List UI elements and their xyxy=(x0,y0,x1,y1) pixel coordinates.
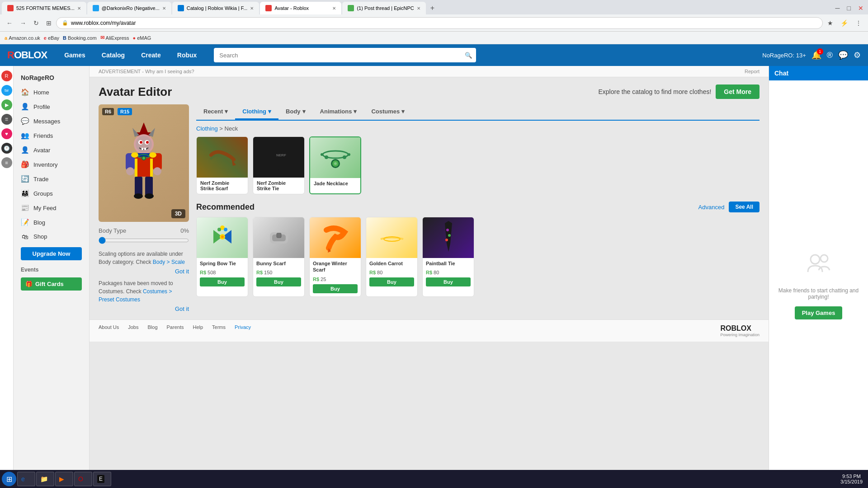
nav-catalog[interactable]: Catalog xyxy=(94,44,133,66)
body-scale-link[interactable]: Body > Scale xyxy=(153,259,185,265)
tab-close-icon[interactable]: ✕ xyxy=(77,6,81,11)
breadcrumb-parent[interactable]: Clothing xyxy=(196,125,218,132)
footer-link-terms[interactable]: Terms xyxy=(212,324,226,337)
r6-badge[interactable]: R6 xyxy=(102,108,114,115)
extensions-button[interactable]: ⚡ xyxy=(838,18,851,28)
advanced-link[interactable]: Advanced xyxy=(698,204,725,211)
see-all-button[interactable]: See All xyxy=(729,202,760,212)
tab-close-icon[interactable]: ✕ xyxy=(417,6,420,11)
strip-icon-4[interactable]: ☰ xyxy=(1,114,12,125)
menu-button[interactable]: ⋮ xyxy=(853,18,864,28)
tab-epicnpc[interactable]: (1) Post thread | EpicNPC ✕ xyxy=(342,2,425,14)
strip-icon-5[interactable]: ♥ xyxy=(1,128,12,139)
footer-link-parents[interactable]: Parents xyxy=(167,324,184,337)
sidebar-item-profile[interactable]: 👤 Profile xyxy=(14,99,89,114)
buy-paintball-tie-button[interactable]: Buy xyxy=(426,277,471,286)
footer-link-jobs[interactable]: Jobs xyxy=(128,324,138,337)
sidebar-item-myfeed[interactable]: 📰 My Feed xyxy=(14,201,89,215)
tab-wikia[interactable]: Catalog | Roblox Wikia | F... ✕ xyxy=(172,2,259,14)
search-button[interactable]: 🔍 xyxy=(465,52,472,59)
bookmark-button[interactable]: ★ xyxy=(825,18,836,28)
tab-close-icon[interactable]: ✕ xyxy=(332,6,336,11)
search-input[interactable] xyxy=(214,48,476,62)
taskbar-opera[interactable]: O xyxy=(74,472,92,486)
close-button[interactable]: ✕ xyxy=(855,3,866,14)
start-button[interactable]: ⊞ xyxy=(2,472,16,486)
tab-twitter[interactable]: @DarkonixRo (Negative... ✕ xyxy=(87,2,171,14)
get-more-button[interactable]: Get More xyxy=(716,84,760,99)
bookmark-booking[interactable]: B Booking.com xyxy=(63,35,97,41)
tab-recent[interactable]: Recent ▾ xyxy=(196,104,235,120)
strip-icon-2[interactable]: tw xyxy=(1,85,12,96)
tab-animations[interactable]: Animations ▾ xyxy=(313,104,364,120)
back-button[interactable]: ← xyxy=(4,18,15,28)
sidebar-item-trade[interactable]: 🔄 Trade xyxy=(14,172,89,186)
strip-icon-3[interactable]: ▶ xyxy=(1,99,12,110)
tab-costumes[interactable]: Costumes ▾ xyxy=(364,104,412,120)
r15-badge[interactable]: R15 xyxy=(118,108,132,115)
sidebar-item-groups[interactable]: 👨‍👩‍👧 Groups xyxy=(14,186,89,201)
sidebar-item-messages[interactable]: 💬 Messages xyxy=(14,114,89,128)
footer-link-privacy[interactable]: Privacy xyxy=(235,324,251,337)
settings-icon[interactable]: ⚙ xyxy=(854,50,861,60)
nav-robux[interactable]: Robux xyxy=(169,44,205,66)
item-nerf-tie[interactable]: NERF Nerf Zombie Strike Tie xyxy=(253,136,305,194)
taskbar-ie[interactable]: e xyxy=(17,472,35,486)
buy-golden-carrot-button[interactable]: Buy xyxy=(369,277,414,286)
tab-body[interactable]: Body ▾ xyxy=(278,104,313,120)
upgrade-now-button[interactable]: Upgrade Now xyxy=(21,247,82,260)
sidebar-item-friends[interactable]: 👥 Friends xyxy=(14,128,89,143)
forward-button[interactable]: → xyxy=(17,18,29,28)
gift-cards-button[interactable]: 🎁 Gift Cards xyxy=(21,277,82,291)
footer-link-help[interactable]: Help xyxy=(193,324,203,337)
nav-games[interactable]: Games xyxy=(56,44,94,66)
strip-icon-1[interactable]: R xyxy=(1,70,12,81)
rec-card-bow-tie[interactable]: Spring Bow Tie R$ 508 Buy xyxy=(196,217,248,297)
buy-orange-scarf-button[interactable]: Buy xyxy=(313,284,358,293)
view-3d-badge[interactable]: 3D xyxy=(171,209,185,218)
strip-icon-6[interactable]: 🕐 xyxy=(1,143,12,154)
taskbar-media[interactable]: ▶ xyxy=(55,472,73,486)
rec-card-paintball-tie[interactable]: Paintball Tie R$ 80 Buy xyxy=(422,217,474,297)
rec-card-golden-carrot[interactable]: Golden Carrot R$ 80 Buy xyxy=(366,217,418,297)
tab-close-icon[interactable]: ✕ xyxy=(250,6,254,11)
sidebar-item-blog[interactable]: 📝 Blog xyxy=(14,215,89,230)
sidebar-item-home[interactable]: 🏠 Home xyxy=(14,85,89,99)
body-type-slider[interactable] xyxy=(99,237,189,244)
item-nerf-scarf[interactable]: Nerf Zombie Strike Scarf xyxy=(196,136,248,194)
buy-bunny-scarf-button[interactable]: Buy xyxy=(256,277,301,286)
maximize-button[interactable]: □ xyxy=(844,3,854,14)
got-it-1-link[interactable]: Got it xyxy=(99,268,189,275)
got-it-2-link[interactable]: Got it xyxy=(99,305,189,312)
bookmark-emag[interactable]: ● eMAG xyxy=(133,35,151,41)
sidebar-item-inventory[interactable]: 🎒 Inventory xyxy=(14,157,89,172)
address-bar[interactable]: 🔒 www.roblox.com/my/avatar xyxy=(56,17,823,29)
reload-button[interactable]: ↻ xyxy=(31,18,42,28)
rec-card-orange-scarf[interactable]: Orange Winter Scarf R$ 25 Buy xyxy=(309,217,361,297)
footer-link-about[interactable]: About Us xyxy=(99,324,119,337)
roblox-logo[interactable]: ROBLOX xyxy=(7,49,47,61)
sidebar-item-avatar[interactable]: 👤 Avatar xyxy=(14,143,89,157)
robux-icon[interactable]: ® xyxy=(827,51,833,60)
new-tab-button[interactable]: + xyxy=(427,4,438,12)
taskbar-epic[interactable]: E xyxy=(93,472,111,486)
item-jade-necklace[interactable]: Jade Necklace xyxy=(309,136,361,194)
sidebar-item-shop[interactable]: 🛍 Shop xyxy=(14,230,89,244)
footer-link-blog[interactable]: Blog xyxy=(148,324,158,337)
home-button[interactable]: ⊞ xyxy=(43,18,54,28)
chat-icon-header[interactable]: 💬 xyxy=(838,50,848,60)
tab-roblox-avatar[interactable]: Avatar - Roblox ✕ xyxy=(260,2,341,14)
notifications-icon[interactable]: 🔔 1 xyxy=(811,50,821,60)
tab-close-icon[interactable]: ✕ xyxy=(162,6,166,11)
ad-report-link[interactable]: Report xyxy=(745,69,760,74)
buy-bow-tie-button[interactable]: Buy xyxy=(200,277,245,286)
tab-clothing[interactable]: Clothing ▾ xyxy=(235,104,278,120)
tab-youtube[interactable]: 525 FORTNITE MEMES... ✕ xyxy=(2,2,86,14)
nav-create[interactable]: Create xyxy=(133,44,169,66)
bookmark-aliexpress[interactable]: ✉ AliExpress xyxy=(100,35,129,41)
minimize-button[interactable]: ─ xyxy=(833,3,843,14)
rec-card-bunny-scarf[interactable]: Bunny Scarf R$ 150 Buy xyxy=(253,217,305,297)
play-games-button[interactable]: Play Games xyxy=(795,306,843,319)
strip-icon-7[interactable]: ≡ xyxy=(1,157,12,168)
taskbar-explorer[interactable]: 📁 xyxy=(36,472,54,486)
